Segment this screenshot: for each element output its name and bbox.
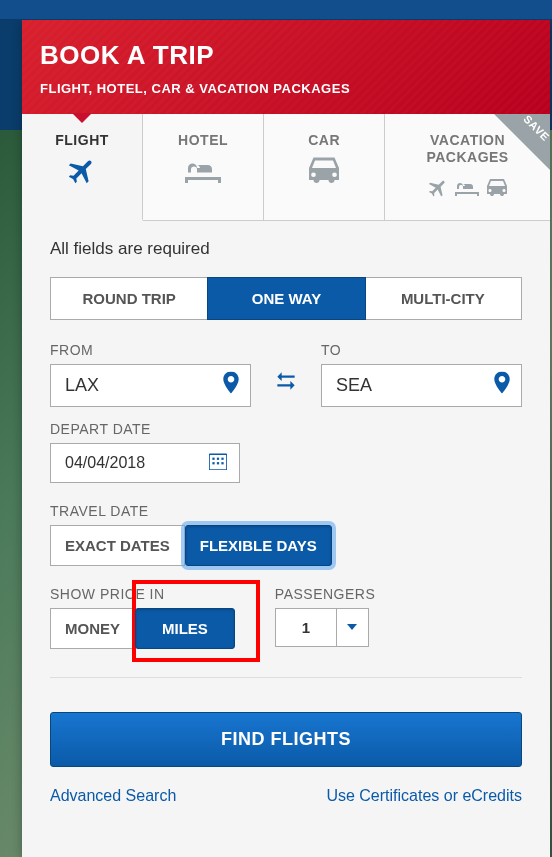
to-label: TO [321,342,522,358]
show-price-label: SHOW PRICE IN [50,586,235,602]
passengers-label: PASSENGERS [275,586,375,602]
tab-vacation-packages[interactable]: SAVE VACATION PACKAGES [385,114,550,220]
car-icon [306,157,342,189]
depart-field: DEPART DATE 04/04/2018 [50,421,522,483]
travel-date-label: TRAVEL DATE [50,503,522,519]
advanced-search-link[interactable]: Advanced Search [50,787,176,805]
multi-city-button[interactable]: MULTI-CITY [365,278,521,319]
required-fields-text: All fields are required [50,239,522,259]
to-field: TO SEA [321,342,522,407]
from-field: FROM LAX [50,342,251,407]
flexible-days-button[interactable]: FLEXIBLE DAYS [185,525,332,566]
money-button[interactable]: MONEY [50,608,135,649]
bottom-links: Advanced Search Use Certificates or eCre… [50,787,522,805]
price-passengers-row: SHOW PRICE IN MONEY MILES PASSENGERS 1 [50,586,522,649]
airplane-icon [66,155,98,191]
exact-dates-button[interactable]: EXACT DATES [50,525,185,566]
to-input[interactable]: SEA [321,364,522,407]
round-trip-button[interactable]: ROUND TRIP [51,278,208,319]
svg-rect-3 [221,457,223,459]
car-icon [485,179,509,201]
tab-flight-label: FLIGHT [26,132,138,149]
tab-active-caret [72,113,92,123]
panel-title: BOOK A TRIP [40,40,532,71]
svg-rect-1 [212,457,214,459]
dropdown-arrow-icon[interactable] [336,609,368,646]
calendar-icon [209,452,227,474]
top-nav-bar [0,0,552,20]
tab-flight[interactable]: FLIGHT [22,114,143,221]
tab-car-label: CAR [268,132,380,149]
form-body: All fields are required ROUND TRIP ONE W… [22,221,550,829]
location-pin-icon [493,372,511,399]
travel-date-section: TRAVEL DATE EXACT DATES FLEXIBLE DAYS [50,503,522,566]
show-price-section: SHOW PRICE IN MONEY MILES [50,586,235,649]
depart-date-value: 04/04/2018 [65,454,145,471]
passengers-section: PASSENGERS 1 [275,586,375,649]
from-input[interactable]: LAX [50,364,251,407]
from-value: LAX [65,375,99,395]
depart-label: DEPART DATE [50,421,522,437]
divider: FIND FLIGHTS Advanced Search Use Certifi… [50,677,522,805]
booking-panel: BOOK A TRIP FLIGHT, HOTEL, CAR & VACATIO… [22,20,550,857]
depart-date-input[interactable]: 04/04/2018 [50,443,240,483]
passengers-value: 1 [276,609,336,646]
passengers-select[interactable]: 1 [275,608,369,647]
svg-rect-4 [212,462,214,464]
panel-header: BOOK A TRIP FLIGHT, HOTEL, CAR & VACATIO… [22,20,550,114]
tab-hotel[interactable]: HOTEL [143,114,264,220]
trip-type-toggle: ROUND TRIP ONE WAY MULTI-CITY [50,277,522,320]
ecredits-link[interactable]: Use Certificates or eCredits [326,787,522,805]
location-pin-icon [222,372,240,399]
bed-icon [185,158,221,188]
svg-rect-2 [217,457,219,459]
one-way-button[interactable]: ONE WAY [207,277,365,320]
airplane-icon [427,177,449,203]
swap-airports-button[interactable] [271,371,301,407]
tab-car[interactable]: CAR [264,114,385,220]
miles-button[interactable]: MILES [135,608,235,649]
bed-icon [455,179,479,201]
svg-rect-6 [221,462,223,464]
find-flights-button[interactable]: FIND FLIGHTS [50,712,522,767]
tab-hotel-label: HOTEL [147,132,259,149]
from-label: FROM [50,342,251,358]
panel-subtitle: FLIGHT, HOTEL, CAR & VACATION PACKAGES [40,81,532,96]
to-value: SEA [336,375,372,395]
svg-rect-5 [217,462,219,464]
product-tabs: FLIGHT HOTEL CAR [22,114,550,221]
